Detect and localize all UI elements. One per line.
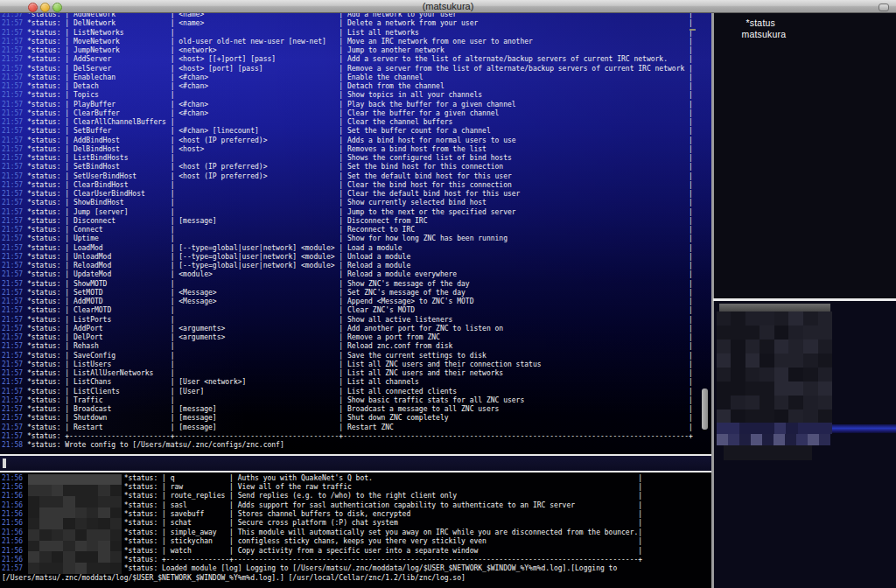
sidebar-divider — [713, 298, 896, 301]
table-row: 21:57 *status: | ClearAllChannelBuffers … — [2, 118, 693, 127]
redaction-blue-band — [717, 434, 831, 445]
table-row: 21:57 *status: | ClearBuffer | <#chan> |… — [2, 109, 693, 118]
toolbar-toggle-icon[interactable] — [878, 4, 889, 11]
sidebar-item-matsukura: matsukura — [742, 29, 787, 39]
table-row: 21:57 *status: | PlayBuffer | <#chan> | … — [2, 101, 693, 109]
table-row: 21:57 *status: | Jump [server] | | Jump … — [2, 208, 693, 217]
table-row: 21:57 *status: | ListChans | [User <netw… — [2, 378, 693, 387]
table-row: [/Users/matsu/.znc/moddata/log/$USER_$NE… — [2, 574, 642, 583]
table-row: 21:57 *status: | AddMOTD | <Message> | A… — [2, 298, 693, 306]
table-row: 21:57 *status: | DelBindHost | <host> | … — [2, 145, 693, 154]
top-pane-text: 21:57 *status: | AddNetwork | <name> | A… — [2, 12, 693, 450]
table-row: 21:57 *status: | ClearMOTD | | Clear ZNC… — [2, 306, 693, 315]
table-row: 21:57 *status: | Shutdown | [message] | … — [2, 414, 693, 423]
table-row: 21:57 *status: | Rehash | | Reload znc.c… — [2, 342, 693, 351]
sidebar: *status matsukura — [714, 12, 896, 588]
scrollbar-thumb[interactable] — [702, 388, 708, 430]
redaction-blue-band — [717, 423, 833, 434]
table-row: 21:57 *status: | AddServer | <host> [[+]… — [2, 55, 693, 64]
terminal-window: (matsukura) 21:57 *status: | AddNetwork … — [0, 0, 896, 588]
redaction-mosaic — [717, 312, 833, 424]
table-row: 21:57 *status: | SetMOTD | <Message> | S… — [2, 289, 693, 298]
table-row: 21:57 *status: | Connect | | Reconnect t… — [2, 226, 693, 234]
table-row: 21:57 *status: | ClearUserBindHost | | C… — [2, 190, 693, 199]
table-row: 21:58 *status: Wrote config to [/Users/m… — [2, 441, 693, 450]
text-cursor — [3, 458, 6, 468]
table-row: 21:57 *status: | Topics | | Show topics … — [2, 91, 693, 100]
table-row: 21:57 *status: | Uptime | | Show for how… — [2, 234, 693, 243]
table-row: 21:57 *status: | Enablechan | <#chan> | … — [2, 74, 693, 82]
table-row: 21:57 *status: | ListNetworks | | List a… — [2, 29, 693, 38]
window-title: (matsukura) — [0, 1, 896, 11]
table-row: 21:57 *status: | AddNetwork | <name> | A… — [2, 12, 693, 19]
table-row: 21:57 *status: | ListPorts | | Show all … — [2, 316, 693, 325]
table-row: 21:57 *status: | JumpNetwork | <network>… — [2, 46, 693, 55]
table-row: 21:57 *status: | DelNetwork | <name> | D… — [2, 19, 693, 28]
table-row: 21:57 *status: | Detach | <#chan> | Deta… — [2, 82, 693, 91]
top-pane: 21:57 *status: | AddNetwork | <name> | A… — [0, 12, 711, 454]
titlebar[interactable]: (matsukura) — [0, 0, 896, 13]
table-row: 21:57 *status: | Disconnect | [message] … — [2, 217, 693, 226]
table-row: 21:57 *status: | SaveConfig | | Save the… — [2, 352, 693, 360]
redaction-dark-band — [724, 445, 812, 460]
sidebar-window-list: *status matsukura — [714, 12, 896, 298]
table-row: 21:57 *status: | AddPort | <arguments> |… — [2, 325, 693, 333]
table-row: 21:57 *status: | ShowMOTD | | Show ZNC's… — [2, 280, 693, 289]
table-row: 21:57 *status: | Traffic | | Show basic … — [2, 396, 693, 405]
main-terminal-area: 21:57 *status: | AddNetwork | <name> | A… — [0, 12, 711, 588]
table-row: 21:57 *status: | AddBindHost | <host (IP… — [2, 136, 693, 145]
table-row: 21:57 *status: | SetBindHost | <host (IP… — [2, 163, 693, 172]
table-row: 21:57 *status: | UpdateMod | <module> | … — [2, 270, 693, 279]
terminal-input-line[interactable] — [0, 456, 711, 471]
redaction-bar — [719, 304, 830, 312]
table-row: 21:57 *status: | ClearBindHost | | Clear… — [2, 181, 693, 190]
table-row: 21:57 *status: | Broadcast | [message] |… — [2, 405, 693, 414]
table-row: 21:57 *status: | DelPort | <arguments> |… — [2, 333, 693, 342]
bottom-pane: 21:56 *status: | q | Auths you with Quak… — [0, 472, 711, 588]
table-row: 21:57 *status: | SetUserBindHost | <host… — [2, 172, 693, 181]
table-row: 21:57 *status: | ListBindHosts | | Shows… — [2, 154, 693, 163]
table-row: 21:57 *status: | ListAllUserNetworks | |… — [2, 369, 693, 378]
table-row: 21:57 *status: | SetBuffer | <#chan> [li… — [2, 127, 693, 136]
table-row: 21:57 *status: | ListUsers | | List all … — [2, 360, 693, 369]
table-row: 21:57 *status: | UnloadMod | [--type=glo… — [2, 253, 693, 262]
redaction-box — [28, 474, 122, 574]
sidebar-item-status: *status — [746, 18, 776, 28]
table-row: 21:57 *status: | ReloadMod | [--type=glo… — [2, 262, 693, 270]
table-row: 21:57 *status: | DelServer | <host> [por… — [2, 65, 693, 74]
scroll-indicator-dash — [690, 29, 696, 31]
table-row: 21:57 *status: | ShowBindHost | | Show c… — [2, 199, 693, 207]
redaction-blue-streak — [832, 424, 896, 433]
table-row: 21:57 *status: +------------------------… — [2, 432, 693, 441]
table-row: 21:57 *status: | MoveNetwork | old-user … — [2, 38, 693, 46]
table-row: 21:57 *status: | Restart | [message] | R… — [2, 424, 693, 432]
table-row: 21:57 *status: | LoadMod | [--type=globa… — [2, 244, 693, 253]
table-row: 21:57 *status: | ListClients | [User] | … — [2, 388, 693, 396]
